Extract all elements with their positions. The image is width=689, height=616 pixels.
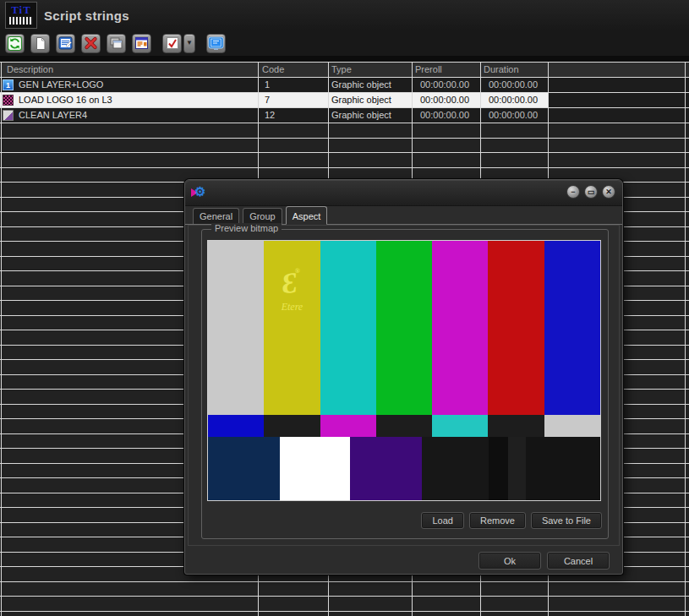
bottom-segment [489,437,508,500]
monitor-icon [208,36,224,51]
etere-logo: Ɛ®Etere [264,269,320,313]
tab-aspect[interactable]: Aspect [286,206,328,225]
castellation-bar [320,415,376,437]
empty-row[interactable] [0,153,689,168]
cell-code: 7 [265,93,270,107]
refresh-icon [8,36,22,51]
properties-icon [134,36,149,50]
cell-type: Graphic object [331,78,391,92]
close-icon: ✕ [605,188,612,196]
empty-row[interactable] [0,597,689,612]
new-script-button[interactable] [30,34,50,53]
cell-type: Graphic object [331,93,391,107]
etere-logo-text: Etere [264,301,320,313]
bitmap-logo-icon [3,95,14,106]
groupbox-label: Preview bitmap [211,223,282,233]
color-bar [320,241,376,415]
clean-layer-icon [3,110,14,121]
tab-group[interactable]: Group [243,208,282,224]
check-icon [166,36,179,50]
minimize-icon: − [571,188,575,196]
cell-duration: 00:00:00.00 [489,108,538,123]
cell-duration: 00:00:00.00 [489,93,538,107]
bottom-segment [208,437,280,500]
ok-button[interactable]: Ok [478,552,541,570]
table-row[interactable]: LOAD LOGO 16 on L37Graphic object00:00:0… [0,93,689,108]
table-row[interactable]: 1GEN LAYER+LOGO1Graphic object00:00:00.0… [0,78,689,93]
approve-dropdown-button[interactable]: ▼ [183,34,195,53]
preview-bitmap: Ɛ®Etere [207,240,601,501]
castellation-bar [432,415,488,437]
color-bars-castellation [208,415,600,437]
delete-button[interactable] [81,34,101,53]
castellation-bar [488,415,544,437]
cancel-button[interactable]: Cancel [547,552,610,570]
bottom-segment [422,437,489,500]
color-bar [488,241,544,415]
color-bar [432,241,488,415]
copy-icon [109,36,123,50]
column-grid-line [1,62,2,616]
dialog-app-icon: ⚙ [191,185,206,200]
delete-icon [84,36,98,50]
copy-button[interactable] [107,34,126,53]
app-logo-text: TiT [11,5,31,15]
cell-code: 12 [265,108,275,123]
castellation-bar [208,415,264,437]
color-bar [376,241,432,415]
column-header-preroll[interactable]: Preroll [415,63,442,77]
cell-description: LOAD LOGO 16 on L3 [19,93,112,107]
column-header-duration[interactable]: Duration [484,63,519,77]
cell-preroll: 00:00:00.00 [420,78,469,92]
cell-code: 1 [265,78,270,92]
tab-general[interactable]: General [193,208,239,224]
cell-type: Graphic object [331,108,391,123]
bottom-segment [350,437,422,500]
maximize-button[interactable]: ▭ [584,185,598,199]
empty-row[interactable] [0,123,689,139]
load-button[interactable]: Load [421,512,463,529]
registered-mark: ® [295,267,301,275]
edit-script-icon [58,36,73,50]
bottom-segment [508,437,525,500]
remove-button[interactable]: Remove [469,512,526,529]
column-grid-line [685,62,686,616]
castellation-bar [376,415,432,437]
etere-logo-glyph: Ɛ® [262,265,321,302]
dialog-title-bar[interactable]: ⚙ −▭✕ [185,180,622,206]
column-header-code[interactable]: Code [262,63,284,77]
color-bars-main: Ɛ®Etere [208,241,600,415]
color-bars-bottom [208,437,600,500]
castellation-bar [264,415,320,437]
refresh-button[interactable] [5,34,25,53]
edit-script-button[interactable] [56,34,75,53]
approve-button[interactable] [162,34,182,53]
save-to-file-button[interactable]: Save to File [531,512,602,529]
cell-duration: 00:00:00.00 [489,78,538,92]
close-button[interactable]: ✕ [602,185,615,199]
maximize-icon: ▭ [588,188,595,196]
minimize-button[interactable]: − [566,185,580,199]
color-bar [544,241,600,415]
cell-preroll: 00:00:00.00 [420,93,469,107]
column-header-description[interactable]: Description [7,63,53,77]
tab-content-aspect: Preview bitmap Ɛ®Etere LoadRemoveSave to… [188,225,620,546]
properties-button[interactable] [132,34,151,53]
aspect-dialog: ⚙ −▭✕ GeneralGroupAspect Preview bitmap … [184,179,623,575]
table-row[interactable]: CLEAN LAYER412Graphic object00:00:00.000… [0,108,689,123]
monitor-button[interactable] [206,34,226,53]
title-bar: TiT Script strings [0,0,689,30]
column-header-type[interactable]: Type [331,63,352,77]
bottom-segment [526,437,600,500]
dialog-tabs: GeneralGroupAspect [185,205,622,225]
preview-groupbox: Preview bitmap Ɛ®Etere LoadRemoveSave to… [201,229,609,539]
dialog-footer-buttons: OkCancel [478,552,610,570]
page-title: Script strings [44,8,129,23]
empty-row[interactable] [0,612,689,616]
empty-row[interactable] [0,582,689,597]
empty-row[interactable] [0,139,689,154]
preview-buttons: LoadRemoveSave to File [421,512,602,529]
toolbar: ▼ [0,30,689,56]
color-bar: Ɛ®Etere [264,241,320,415]
new-document-icon [34,36,47,51]
